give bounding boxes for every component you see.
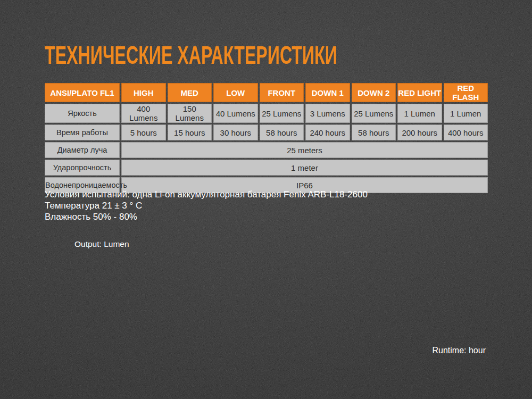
fenix-spec-page: ТЕХНИЧЕСКИЕ ХАРАКТЕРИСТИКИ ANSI/PLATO FL…	[0, 0, 532, 399]
x-axis-title: Runtime: hour	[426, 346, 486, 355]
content-layer: ТЕХНИЧЕСКИЕ ХАРАКТЕРИСТИКИ ANSI/PLATO FL…	[0, 0, 532, 399]
runtime-chart	[0, 0, 532, 399]
y-axis-title: Output: Lumen	[74, 239, 129, 249]
